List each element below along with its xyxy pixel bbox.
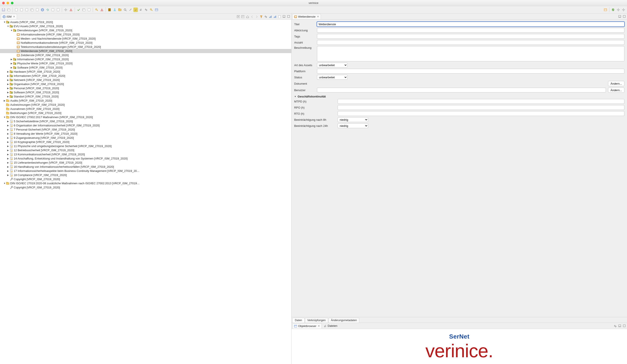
tree-node[interactable]: ▶Medien- und Nachrichtendienste [VRCP_IS… <box>0 37 291 41</box>
objektbrowser-close[interactable]: ✕ <box>317 325 320 327</box>
toolbar-saveall-icon[interactable] <box>6 8 11 12</box>
toolbar-save-icon[interactable] <box>1 8 6 12</box>
twisty-icon[interactable]: ▶ <box>6 124 9 127</box>
toolbar-folder-icon[interactable] <box>118 8 122 12</box>
titel-input[interactable] <box>317 22 625 27</box>
editor-tab-close[interactable]: ✕ <box>316 15 319 18</box>
twisty-icon[interactable]: ▼ <box>10 29 13 32</box>
twisty-icon[interactable]: ▶ <box>6 170 9 172</box>
toolbar-link-icon[interactable] <box>144 8 148 12</box>
toolbar-wand-icon[interactable] <box>128 8 133 12</box>
toolbar-browser-icon[interactable] <box>154 8 159 12</box>
editor-bottom-tab[interactable]: Daten <box>292 318 304 323</box>
tree-node[interactable]: ▶Zeitdienste [VRCP_ISM_27019_2020] <box>0 53 291 57</box>
bottom-minimize-button[interactable] <box>618 324 622 328</box>
twisty-icon[interactable]: ▶ <box>6 149 9 151</box>
beschreibung-input[interactable] <box>317 46 625 61</box>
twisty-icon[interactable]: ▶ <box>6 137 9 139</box>
twisty-icon[interactable]: ▶ <box>6 120 9 123</box>
tree-node[interactable]: ▶7 Personal-Sicherheit [VRCP_ISM_27019_2… <box>0 128 291 132</box>
tree-node[interactable]: ▶Netzwerk [VRCP_ISM_27019_2020] <box>0 78 291 82</box>
tree-node[interactable]: ▼DIN ISO/IEC 27019:2020-08 zusätzliche M… <box>0 181 291 185</box>
objektbrowser-tab[interactable]: Objektbrowser ✕ <box>292 323 322 328</box>
toolbar-book-icon[interactable] <box>107 8 112 12</box>
toolbar-key-icon[interactable] <box>95 8 99 12</box>
geschaeftskontinuitaet-section-header[interactable]: ▼ Geschäftskontinuität <box>294 94 625 99</box>
tree-node[interactable]: ▶13 Kommunikationssicherheit [VRCP_ISM_2… <box>0 152 291 156</box>
tree-node[interactable]: ▶10 Kryptographie [VRCP_ISM_27019_2020] <box>0 140 291 144</box>
tree-node[interactable]: ▶17 Informationssicherheitsaspekte beim … <box>0 169 291 173</box>
tree-node[interactable]: ▶Bedrohungen [VRCP_ISM_27019_2020] <box>0 111 291 115</box>
tree-node[interactable]: ▶Wetterdienste [VRCP_ISM_27019_2020] <box>0 49 291 53</box>
tree-node[interactable]: ▶Software [VRCP_ISM_27019_2020] <box>0 65 291 70</box>
chart2-button[interactable] <box>273 15 277 18</box>
tree-node[interactable]: ▶6 Organisation der Informationssicherhe… <box>0 123 291 128</box>
tree-node[interactable]: ▶15 Lieferantenbeziehungen [VRCP_ISM_270… <box>0 161 291 165</box>
note-button[interactable] <box>277 15 281 18</box>
tree-node[interactable]: ▼DIN ISO/IEC 27002:2017 Maßnahmen [VRCP_… <box>0 115 291 119</box>
editor-bottom-tab[interactable]: Verknüpfungen <box>305 318 328 323</box>
toolbar-paste-icon[interactable] <box>87 8 91 12</box>
tree-node[interactable]: ▼Dienstleistungen [VRCP_ISM_27019_2020] <box>0 28 291 32</box>
bottom-maximize-button[interactable] <box>622 324 626 328</box>
tree-node[interactable]: ▶5 Sicherheitsleitlinie [VRCP_ISM_27019_… <box>0 119 291 123</box>
twisty-icon[interactable]: ▼ <box>6 25 9 27</box>
benutzer-aendern-button[interactable]: Ändern... <box>608 88 625 93</box>
tree-node[interactable]: ▶Personal [VRCP_ISM_27019_2020] <box>0 86 291 90</box>
chart-button[interactable] <box>268 15 272 18</box>
tree-node[interactable]: ▶16 Handhabung von Informationssicherhei… <box>0 165 291 169</box>
twisty-icon[interactable]: ▶ <box>6 161 9 164</box>
twisty-icon[interactable]: ▶ <box>10 66 13 69</box>
twisty-icon[interactable]: ▶ <box>6 83 9 85</box>
toolbar-copy-icon[interactable] <box>82 8 86 12</box>
plattform-input[interactable] <box>317 69 625 74</box>
twisty-icon[interactable]: ▶ <box>6 141 9 143</box>
twisty-icon[interactable]: ▶ <box>6 128 9 131</box>
twisty-icon[interactable]: ▶ <box>6 153 9 156</box>
twisty-icon[interactable]: ▶ <box>6 71 9 73</box>
dateien-tab[interactable]: Dateien <box>322 323 339 328</box>
tree-node[interactable]: ▶8 Verwaltung der Werte [VRCP_ISM_27019_… <box>0 132 291 136</box>
toolbar-shield-icon[interactable] <box>611 8 615 12</box>
toolbar-import2-icon[interactable] <box>100 8 104 12</box>
twisty-icon[interactable]: ▶ <box>6 95 9 98</box>
rto-input[interactable] <box>338 111 625 116</box>
tree-node[interactable]: ▶Copyright [VRCP_ISM_27019_2020] <box>0 177 291 181</box>
toolbar-pageexport-icon[interactable] <box>56 8 60 12</box>
toolbar-globe-icon[interactable] <box>40 8 45 12</box>
editor-minimize-button[interactable] <box>618 15 622 18</box>
twisty-icon[interactable]: ▼ <box>3 182 6 184</box>
toolbar-person-icon[interactable] <box>112 8 117 12</box>
tree-node[interactable]: ▶Notfallkommunikationsdienste [VRCP_ISM_… <box>0 41 291 45</box>
tree-node[interactable]: ▶Informationen [VRCP_ISM_27019_2020] <box>0 57 291 61</box>
tree-node[interactable]: ▶Ausnahmen [VRCP_ISM_27019_2020] <box>0 107 291 111</box>
beein8-select[interactable]: niedrig <box>338 117 368 122</box>
twisty-icon[interactable]: ▶ <box>6 166 9 168</box>
twisty-icon[interactable]: ▶ <box>6 145 9 147</box>
toolbar-pagecopy-icon[interactable] <box>25 8 29 12</box>
toolbar-refresh-icon[interactable] <box>46 8 50 12</box>
tree-node[interactable]: ▶Standort [VRCP_ISM_27019_2020] <box>0 94 291 98</box>
forward-button[interactable] <box>255 15 259 18</box>
tree-node[interactable]: ▶Software [VRCP_ISM_27019_2020] <box>0 90 291 94</box>
view-minimize-button[interactable] <box>282 15 286 18</box>
ism-view-close[interactable]: ✕ <box>13 15 15 18</box>
mtpd-input[interactable] <box>338 99 625 104</box>
tree-node[interactable]: ▶Copyright [VRCP_ISM_27019_2020] <box>0 185 291 189</box>
tree-node[interactable]: ▼EVU Assets [VRCP_ISM_27019_2020] <box>0 24 291 28</box>
editor-bottom-tab[interactable]: Änderungsmetadaten <box>328 318 360 323</box>
tree-node[interactable]: ▶Audits [VRCP_ISM_27019_2020] <box>0 98 291 103</box>
tree-node[interactable]: ▶Hardware [VRCP_ISM_27019_2020] <box>0 70 291 74</box>
twisty-icon[interactable]: ▶ <box>6 157 9 160</box>
tree-node[interactable]: ▶18 Compliance [VRCP_ISM_27019_2020] <box>0 173 291 177</box>
tree-node[interactable]: ▶9 Zugangssteuerung [VRCP_ISM_27019_2020… <box>0 136 291 140</box>
bottom-link-button[interactable] <box>613 324 617 328</box>
toolbar-edit-icon[interactable] <box>133 8 138 12</box>
home-button[interactable] <box>245 15 249 18</box>
ism-view-tab[interactable]: ISM ✕ <box>1 14 17 19</box>
tree-node[interactable]: ▼Assets [VRCP_ISM_27019_2020] <box>0 20 291 24</box>
editor-tab[interactable]: Wetterdienste ✕ <box>292 14 321 19</box>
twisty-icon[interactable]: ▶ <box>6 75 9 77</box>
back-button[interactable] <box>250 15 254 18</box>
filter-button[interactable] <box>259 15 263 18</box>
